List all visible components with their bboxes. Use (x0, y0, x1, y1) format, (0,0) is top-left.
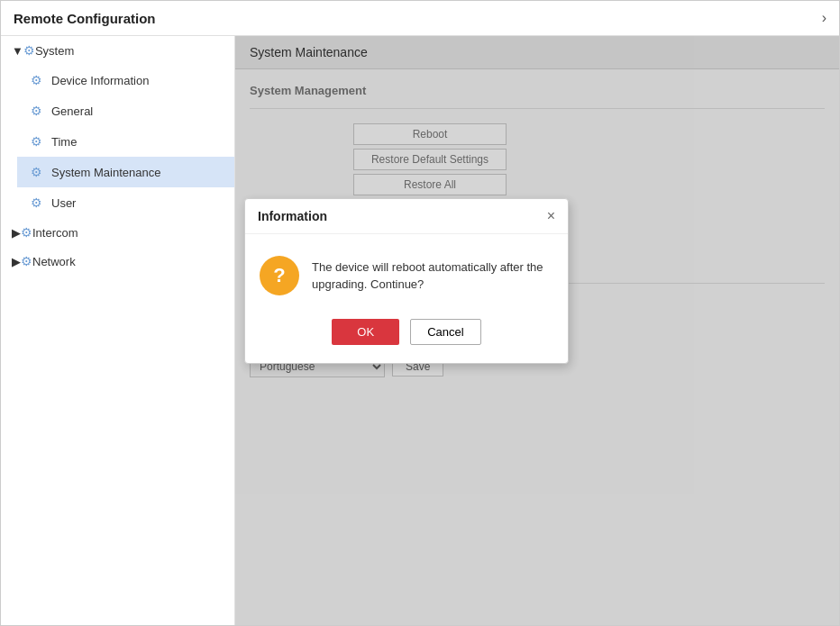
modal-title: Information (258, 209, 327, 223)
system-maintenance-icon (28, 164, 44, 180)
network-gear-icon (21, 254, 32, 268)
modal-icon-label: ? (273, 264, 285, 287)
sidebar: ▼ System Device Information General Time (1, 36, 235, 625)
intercom-arrow-icon: ▶ (12, 226, 21, 240)
modal-overlay: Information × ? The device will reboot a… (235, 36, 839, 625)
modal-close-button[interactable]: × (547, 208, 555, 224)
sidebar-system-label: System (35, 44, 74, 58)
sidebar-general-label: General (51, 104, 93, 118)
sidebar-item-device-information[interactable]: Device Information (17, 65, 234, 95)
modal-header: Information × (245, 199, 568, 234)
time-icon (28, 133, 44, 150)
sidebar-network-label: Network (32, 255, 76, 268)
sidebar-item-general[interactable]: General (17, 95, 234, 126)
user-icon (28, 195, 44, 211)
sidebar-item-time[interactable]: Time (17, 126, 234, 157)
sidebar-system-children: Device Information General Time System M… (1, 65, 234, 218)
modal-footer: OK Cancel (245, 310, 568, 363)
sidebar-system-maintenance-label: System Maintenance (51, 166, 160, 179)
system-gear-icon (23, 43, 35, 58)
system-arrow-icon: ▼ (12, 44, 23, 58)
sidebar-device-information-label: Device Information (51, 74, 149, 87)
device-info-icon (28, 72, 44, 88)
remote-configuration-window: Remote Configuration › ▼ System Device I… (0, 0, 840, 626)
window-title: Remote Configuration (14, 11, 156, 26)
content-area: System Maintenance System Management Reb… (235, 36, 839, 625)
sidebar-user-label: User (51, 196, 76, 210)
sidebar-group-network[interactable]: ▶ Network (1, 247, 234, 276)
modal-message: The device will reboot automatically aft… (312, 259, 553, 294)
information-modal: Information × ? The device will reboot a… (244, 198, 569, 364)
sidebar-item-system-maintenance[interactable]: System Maintenance (17, 157, 234, 187)
modal-cancel-button[interactable]: Cancel (410, 319, 480, 345)
title-bar: Remote Configuration › (1, 1, 839, 36)
sidebar-time-label: Time (51, 135, 77, 149)
network-arrow-icon: ▶ (12, 255, 21, 268)
modal-body: ? The device will reboot automatically a… (245, 234, 568, 310)
intercom-gear-icon (21, 225, 32, 240)
sidebar-item-user[interactable]: User (17, 187, 234, 218)
window-close-button[interactable]: › (822, 10, 826, 26)
sidebar-group-intercom[interactable]: ▶ Intercom (1, 218, 234, 247)
modal-warning-icon: ? (260, 256, 299, 295)
sidebar-intercom-label: Intercom (32, 226, 78, 240)
main-layout: ▼ System Device Information General Time (1, 36, 839, 625)
general-icon (28, 103, 44, 119)
modal-ok-button[interactable]: OK (332, 319, 399, 345)
sidebar-group-system[interactable]: ▼ System (1, 36, 234, 65)
